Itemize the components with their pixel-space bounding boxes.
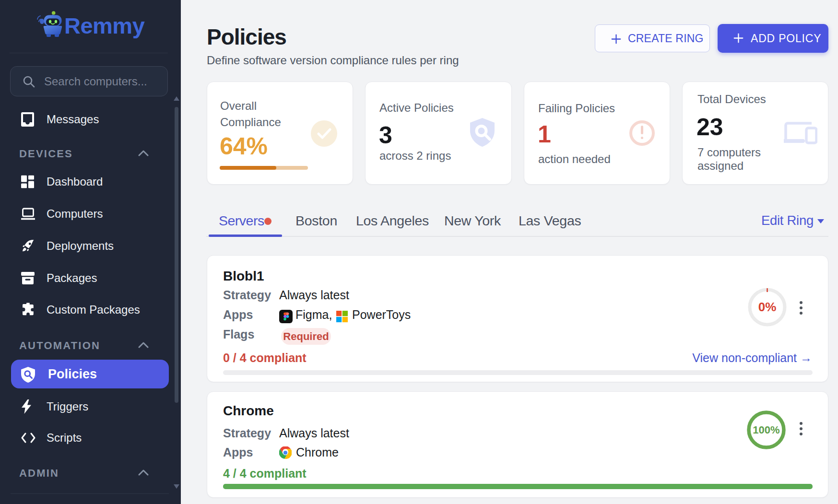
svg-text:0%: 0% [758,300,777,314]
svg-text:100%: 100% [753,424,779,436]
